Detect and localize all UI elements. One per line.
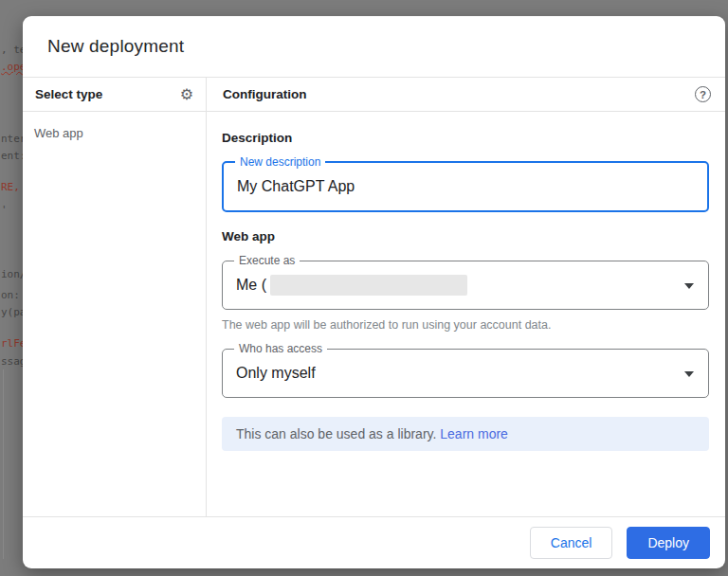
configuration-header: Configuration ?	[207, 78, 725, 111]
who-has-access-label: Who has access	[234, 342, 327, 355]
web-app-heading: Web app	[222, 229, 709, 243]
select-type-header: Select type ⚙	[23, 78, 207, 111]
redacted-email	[270, 275, 467, 296]
dialog-title-bar: New deployment	[23, 16, 725, 77]
description-heading: Description	[222, 131, 709, 145]
background-code-fragment: RE,	[1, 181, 20, 193]
select-type-label: Select type	[35, 87, 102, 101]
background-code-fragment: on:	[1, 289, 20, 301]
type-item-web-app[interactable]: Web app	[34, 126, 194, 140]
dropdown-arrow-icon	[684, 283, 694, 289]
new-deployment-dialog: New deployment Select type ⚙ Configurati…	[23, 16, 725, 568]
new-description-label: New description	[235, 155, 325, 169]
who-has-access-select[interactable]: Who has access Only myself	[222, 349, 709, 398]
cancel-button[interactable]: Cancel	[530, 527, 613, 559]
editor-gutter-line	[3, 369, 4, 559]
dialog-footer: Cancel Deploy	[23, 516, 725, 568]
execute-as-helper-text: The web app will be authorized to run us…	[222, 318, 709, 332]
new-description-input[interactable]	[224, 163, 707, 210]
help-icon[interactable]: ?	[695, 86, 711, 102]
configuration-label: Configuration	[223, 87, 306, 101]
background-code-fragment: '	[1, 204, 8, 216]
execute-as-label: Execute as	[234, 254, 300, 267]
execute-as-select[interactable]: Execute as Me (	[222, 261, 709, 310]
dialog-body: Web app Description New description Web …	[23, 112, 725, 516]
learn-more-link[interactable]: Learn more	[440, 426, 508, 441]
dialog-title: New deployment	[47, 36, 184, 57]
new-description-field[interactable]: New description	[222, 161, 709, 212]
panel-headers: Select type ⚙ Configuration ?	[23, 77, 725, 112]
settings-icon[interactable]: ⚙	[180, 87, 193, 102]
deploy-button[interactable]: Deploy	[627, 527, 710, 559]
library-note-text: This can also be used as a library.	[236, 426, 440, 441]
execute-as-value: Me (	[236, 277, 266, 294]
dropdown-arrow-icon	[684, 371, 694, 377]
who-has-access-value: Only myself	[236, 365, 316, 382]
library-note: This can also be used as a library. Lear…	[222, 417, 709, 451]
configuration-panel: Description New description Web app Exec…	[207, 112, 725, 516]
deployment-type-list: Web app	[23, 112, 207, 516]
